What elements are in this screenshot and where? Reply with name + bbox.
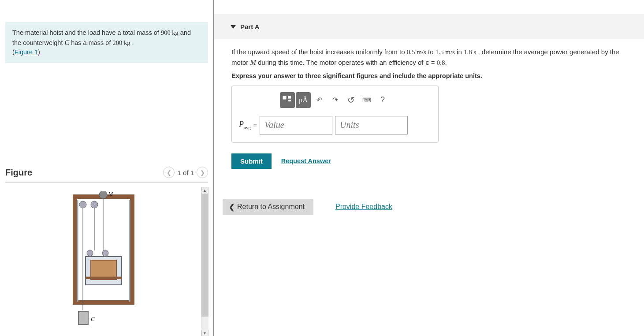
counterweight-var: C bbox=[65, 39, 70, 46]
svg-rect-0 bbox=[75, 197, 132, 302]
scroll-up-icon[interactable]: ▲ bbox=[201, 187, 208, 194]
problem-text: . bbox=[132, 39, 134, 46]
figure-title: Figure bbox=[5, 168, 32, 178]
question-text: If the upward speed of the hoist increas… bbox=[231, 47, 626, 68]
scroll-down-icon[interactable]: ▼ bbox=[201, 330, 208, 336]
answer-variable: Pavg bbox=[239, 120, 251, 130]
svg-point-2 bbox=[79, 201, 86, 208]
figure-nav-text: 1 of 1 bbox=[177, 169, 194, 176]
figure-next-button[interactable]: ❯ bbox=[197, 167, 208, 178]
keyboard-button[interactable]: ⌨ bbox=[359, 92, 374, 108]
motor-label: M bbox=[108, 191, 113, 197]
figure-link[interactable]: Figure 1 bbox=[15, 49, 38, 56]
velocity-2: 1.5 m/s bbox=[436, 49, 455, 56]
figure-header: Figure ❮ 1 of 1 ❯ bbox=[5, 167, 208, 183]
svg-rect-16 bbox=[288, 96, 291, 98]
submit-button[interactable]: Submit bbox=[231, 153, 272, 169]
symbols-button[interactable]: μÅ bbox=[296, 92, 311, 108]
answer-panel: μÅ ↶ ↷ ↺ ⌨ ? Pavg = bbox=[231, 86, 439, 143]
redo-button[interactable]: ↷ bbox=[328, 92, 342, 108]
problem-text: The material hoist and the load have a t… bbox=[12, 29, 161, 36]
equation-toolbar: μÅ ↶ ↷ ↺ ⌨ ? bbox=[239, 92, 431, 108]
svg-rect-10 bbox=[91, 260, 116, 280]
svg-rect-17 bbox=[288, 100, 291, 101]
svg-rect-15 bbox=[283, 96, 286, 99]
help-button[interactable]: ? bbox=[375, 92, 390, 108]
part-title: Part A bbox=[240, 23, 260, 30]
svg-rect-14 bbox=[78, 311, 88, 325]
figure-scrollbar[interactable]: ▲ ▼ bbox=[201, 187, 208, 336]
answer-instruction: Express your answer to three significant… bbox=[231, 72, 626, 79]
provide-feedback-link[interactable]: Provide Feedback bbox=[335, 203, 392, 211]
reset-button[interactable]: ↺ bbox=[343, 92, 358, 108]
template-button[interactable] bbox=[280, 92, 295, 108]
equals-sign: = bbox=[253, 122, 257, 129]
efficiency-symbol: ϵ bbox=[425, 59, 429, 66]
velocity-1: 0.5 m/s bbox=[407, 49, 426, 56]
figure-prev-button[interactable]: ❮ bbox=[163, 167, 175, 178]
figure-image: M C bbox=[5, 187, 201, 328]
mass-value-1: 900 kg bbox=[161, 29, 179, 36]
return-button[interactable]: ❮ Return to Assignment bbox=[223, 199, 313, 215]
motor-var: M bbox=[250, 59, 256, 66]
figure-nav: ❮ 1 of 1 ❯ bbox=[163, 167, 208, 178]
counterweight-label: C bbox=[91, 316, 95, 322]
svg-point-3 bbox=[91, 201, 98, 208]
svg-point-8 bbox=[102, 250, 108, 256]
part-header[interactable]: Part A bbox=[214, 14, 644, 39]
request-answer-link[interactable]: Request Answer bbox=[281, 157, 331, 164]
collapse-icon bbox=[231, 25, 236, 29]
problem-text: has a mass of bbox=[71, 39, 112, 46]
svg-point-7 bbox=[87, 250, 93, 256]
undo-button[interactable]: ↶ bbox=[312, 92, 327, 108]
value-input[interactable] bbox=[260, 116, 332, 134]
chevron-left-icon: ❮ bbox=[229, 203, 235, 211]
efficiency-value: 0.8 bbox=[437, 59, 445, 66]
problem-statement: The material hoist and the load have a t… bbox=[5, 22, 208, 63]
mass-value-2: 200 kg bbox=[113, 39, 130, 46]
svg-point-1 bbox=[99, 191, 107, 199]
units-input[interactable] bbox=[335, 116, 408, 134]
time-value: 1.8 s bbox=[464, 49, 476, 56]
